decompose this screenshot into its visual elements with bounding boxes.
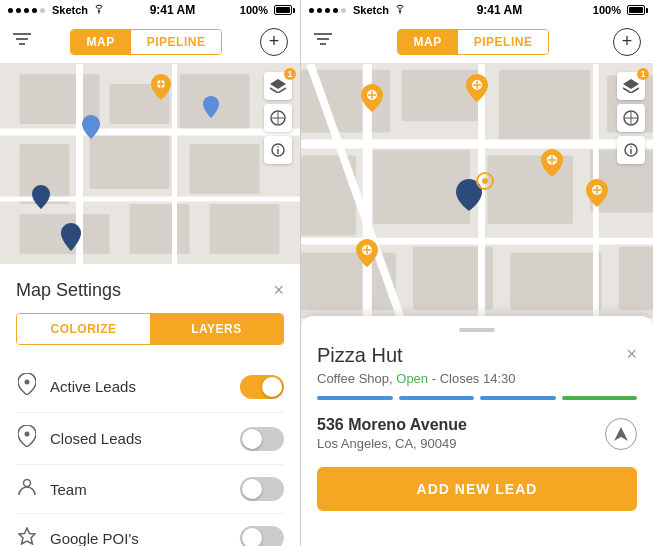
open-status: Open	[396, 371, 428, 386]
active-leads-toggle[interactable]	[240, 375, 284, 399]
google-pois-icon	[16, 527, 38, 547]
tab-map-left[interactable]: MAP	[71, 30, 131, 54]
battery-area-left: 100%	[240, 4, 292, 16]
map-controls-right: 1	[617, 72, 645, 164]
color-bar-3	[480, 396, 556, 400]
left-phone: Sketch 9:41 AM 100% MAP PIPELINE	[0, 0, 301, 546]
map-left[interactable]: 1	[0, 64, 300, 264]
svg-point-27	[25, 380, 30, 385]
svg-rect-10	[190, 144, 260, 194]
pin-gold-r1[interactable]	[361, 84, 383, 116]
top-nav-right: MAP PIPELINE +	[301, 20, 653, 64]
add-button-left[interactable]: +	[260, 28, 288, 56]
svg-rect-13	[210, 204, 280, 254]
closed-leads-label: Closed Leads	[50, 430, 142, 447]
wifi-icon-left	[93, 4, 105, 16]
svg-point-67	[630, 146, 632, 148]
carrier-right: Sketch	[353, 4, 389, 16]
top-nav-left: MAP PIPELINE +	[0, 20, 300, 64]
color-bars	[317, 396, 637, 400]
pin-blue-dark-1[interactable]	[30, 184, 52, 210]
bottom-sheet: Pizza Hut × Coffee Shop, Open - Closes 1…	[301, 316, 653, 546]
pin-blue-dark-2[interactable]	[60, 224, 82, 250]
address-line1: 536 Moreno Avenue	[317, 416, 467, 434]
svg-point-28	[25, 432, 30, 437]
map-controls-left: 1	[264, 72, 292, 164]
pin-gold-1[interactable]	[150, 74, 172, 100]
filter-icon-left[interactable]	[12, 31, 32, 52]
team-label: Team	[50, 481, 87, 498]
tab-layers[interactable]: LAYERS	[150, 314, 283, 344]
info-ctrl-left[interactable]	[264, 136, 292, 164]
svg-rect-54	[619, 247, 653, 310]
signal-dots-right: Sketch	[309, 4, 406, 16]
sheet-close-button[interactable]: ×	[626, 344, 637, 365]
layers-badge-right: 1	[637, 68, 649, 80]
add-button-right[interactable]: +	[613, 28, 641, 56]
tab-colorize[interactable]: COLORIZE	[17, 314, 150, 344]
time-left: 9:41 AM	[150, 3, 196, 17]
plus-icon-left: +	[269, 31, 280, 52]
settings-item-closed-leads: Closed Leads	[16, 413, 284, 465]
color-bar-1	[317, 396, 393, 400]
google-pois-toggle[interactable]	[240, 526, 284, 546]
svg-point-23	[277, 146, 279, 148]
plus-icon-right: +	[622, 31, 633, 52]
sheet-subtitle: Coffee Shop, Open - Closes 14:30	[317, 371, 637, 386]
address-line2: Los Angeles, CA, 90049	[317, 436, 467, 451]
tab-pipeline-right[interactable]: PIPELINE	[458, 30, 549, 54]
color-bar-4	[562, 396, 638, 400]
team-toggle[interactable]	[240, 477, 284, 501]
closed-leads-icon	[16, 425, 38, 452]
pin-ring[interactable]	[476, 172, 494, 194]
svg-point-29	[24, 479, 31, 486]
tab-map-right[interactable]: MAP	[398, 30, 458, 54]
svg-marker-30	[19, 528, 35, 544]
svg-rect-53	[510, 253, 601, 310]
settings-item-active-leads: Active Leads	[16, 361, 284, 413]
active-leads-icon	[16, 373, 38, 400]
layers-ctrl-left[interactable]: 1	[264, 72, 292, 100]
pin-gold-r3[interactable]	[541, 149, 563, 181]
svg-marker-85	[614, 427, 628, 441]
signal-dots: Sketch	[8, 4, 105, 16]
add-lead-button[interactable]: ADD NEW LEAD	[317, 467, 637, 511]
battery-icon-left	[274, 5, 292, 15]
info-ctrl-right[interactable]	[617, 136, 645, 164]
settings-close-button[interactable]: ×	[273, 280, 284, 301]
svg-rect-9	[90, 134, 170, 189]
battery-icon-right	[627, 5, 645, 15]
location-name: Pizza Hut	[317, 344, 403, 367]
navigate-button[interactable]	[605, 418, 637, 450]
pin-gold-r5[interactable]	[356, 239, 378, 271]
compass-ctrl-left[interactable]	[264, 104, 292, 132]
status-bar-right: Sketch 9:41 AM 100%	[301, 0, 653, 20]
battery-area-right: 100%	[593, 4, 645, 16]
battery-pct-left: 100%	[240, 4, 268, 16]
filter-icon-right[interactable]	[313, 31, 333, 52]
color-bar-2	[399, 396, 475, 400]
settings-item-team: Team	[16, 465, 284, 514]
status-bar-left: Sketch 9:41 AM 100%	[0, 0, 300, 20]
pin-blue-1[interactable]	[80, 114, 102, 140]
colorize-layers-tabs: COLORIZE LAYERS	[16, 313, 284, 345]
layers-badge-left: 1	[284, 68, 296, 80]
sheet-handle	[459, 328, 495, 332]
team-icon	[16, 478, 38, 501]
address-block: 536 Moreno Avenue Los Angeles, CA, 90049	[317, 416, 467, 451]
sheet-header: Pizza Hut ×	[317, 344, 637, 367]
settings-panel: Map Settings × COLORIZE LAYERS Active Le…	[0, 264, 300, 546]
svg-rect-45	[499, 70, 590, 144]
settings-title: Map Settings	[16, 280, 121, 301]
compass-ctrl-right[interactable]	[617, 104, 645, 132]
pin-gold-r2[interactable]	[466, 74, 488, 106]
closed-leads-toggle[interactable]	[240, 427, 284, 451]
pin-gold-r4[interactable]	[586, 179, 608, 211]
pin-blue-2[interactable]	[200, 94, 222, 120]
tab-pipeline-left[interactable]: PIPELINE	[131, 30, 222, 54]
layers-ctrl-right[interactable]: 1	[617, 72, 645, 100]
map-pipeline-tabs-left: MAP PIPELINE	[70, 29, 223, 55]
wifi-icon-right	[394, 4, 406, 16]
time-right: 9:41 AM	[477, 3, 523, 17]
settings-item-google-pois: Google POI's	[16, 514, 284, 546]
